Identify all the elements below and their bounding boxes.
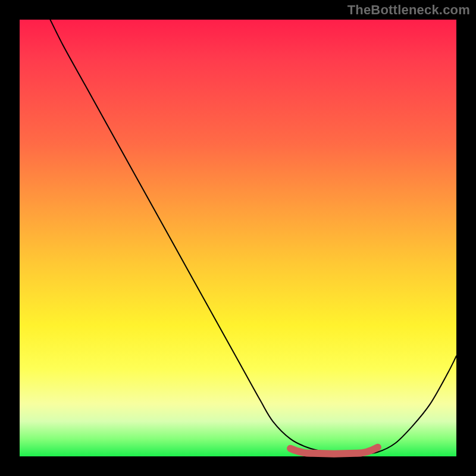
chart-stage: TheBottleneck.com [0,0,476,476]
bottleneck-curve [50,20,456,455]
plot-area [20,20,456,456]
watermark-text: TheBottleneck.com [347,2,470,18]
optimal-range-marker [290,447,378,454]
curve-svg [20,20,456,456]
